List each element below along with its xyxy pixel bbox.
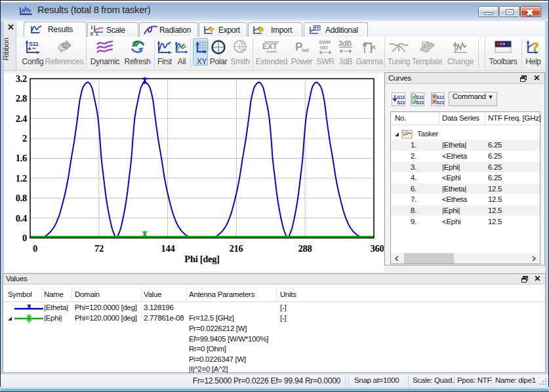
svg-text:72: 72: [94, 243, 104, 254]
svg-text:2.4: 2.4: [16, 113, 27, 124]
svg-text:2.8: 2.8: [16, 93, 27, 104]
svg-text:0: 0: [33, 243, 37, 254]
svg-text:S21: S21: [397, 100, 405, 106]
svg-text:0: 0: [22, 233, 27, 243]
svg-text:144: 144: [161, 243, 175, 254]
svg-text:S21: S21: [416, 100, 424, 106]
svg-text:−: −: [32, 45, 36, 52]
svg-text:1.2: 1.2: [16, 173, 27, 184]
svg-text:288: 288: [298, 243, 312, 254]
svg-text:bal: bal: [302, 47, 309, 53]
svg-text:0.4: 0.4: [16, 213, 27, 224]
svg-text:GD: GD: [320, 45, 328, 50]
svg-text:2: 2: [22, 133, 27, 144]
svg-text:Phi [deg]: Phi [deg]: [184, 254, 219, 264]
svg-text:3.2: 3.2: [16, 73, 27, 84]
svg-text:360: 360: [371, 243, 384, 254]
svg-text:1.6: 1.6: [16, 153, 27, 163]
svg-text:S21: S21: [436, 100, 444, 106]
svg-text:1: 1: [91, 25, 93, 29]
svg-text:+: +: [28, 45, 31, 52]
svg-text:EXT: EXT: [262, 42, 277, 51]
svg-text:0: 0: [91, 31, 93, 36]
svg-text:3dB: 3dB: [338, 39, 352, 47]
svg-text:216: 216: [230, 243, 243, 254]
svg-text:0.8: 0.8: [16, 193, 27, 203]
svg-text:?: ?: [531, 40, 539, 54]
svg-text:K: K: [372, 44, 376, 50]
